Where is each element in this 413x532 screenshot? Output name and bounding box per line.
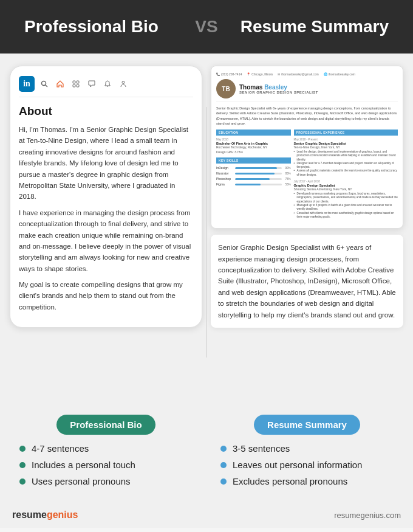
bio-tag-row: Professional Bio bbox=[10, 406, 202, 438]
skill-bar-bg bbox=[235, 178, 282, 180]
edu-date: May 2018 bbox=[216, 138, 291, 141]
brand-black: resume bbox=[12, 510, 47, 520]
edu-school: Rochester Technology, Rochester, NY bbox=[216, 145, 291, 149]
resume-bullet-item: Excludes personal pronouns bbox=[220, 476, 394, 486]
edu-gpa: Design GPA: 3.78/4 bbox=[216, 150, 291, 154]
about-title: About bbox=[19, 105, 193, 118]
bio-bullet-item: Uses personal pronouns bbox=[19, 476, 193, 486]
linkedin-icon: in bbox=[19, 76, 35, 92]
edu-entry-1: May 2018 Bachelor Of Fine Arts in Graphi… bbox=[216, 138, 291, 154]
svg-rect-5 bbox=[77, 85, 79, 87]
bio-bullet-text: 4-7 sentences bbox=[32, 443, 89, 454]
resume-mockup: 📞 (312) 208-7414 📍 Chicago, Illinois ✉ t… bbox=[211, 66, 403, 229]
skill-row: Illustrator 85% bbox=[216, 171, 291, 175]
bio-paragraph-3: My goal is to create compelling designs … bbox=[19, 279, 193, 313]
exp-entry: July 2017 - April 2018 Graphic Design Sp… bbox=[294, 180, 398, 219]
resume-phone: 📞 (312) 208-7414 bbox=[216, 72, 242, 76]
skill-bar-fill bbox=[235, 173, 275, 174]
header: Professional Bio VS Resume Summary bbox=[0, 0, 413, 54]
footer: resumegenius resumegenius.com bbox=[0, 502, 413, 528]
exp-bullet: Developed numerous marketing programs (l… bbox=[294, 192, 398, 204]
resume-bottom: Resume Summary 3-5 sentencesLeaves out p… bbox=[211, 406, 403, 502]
skill-bar-fill bbox=[235, 167, 277, 169]
resume-job-title: SENIOR GRAPHIC DESIGN SPECIALIST bbox=[239, 91, 398, 94]
resume-bullet-item: 3-5 sentences bbox=[220, 443, 394, 454]
resume-bullet-list: 3-5 sentencesLeaves out personal informa… bbox=[211, 438, 403, 502]
person-icon bbox=[118, 79, 128, 89]
footer-url: resumegenius.com bbox=[334, 511, 401, 520]
brand-orange: genius bbox=[47, 510, 78, 520]
bottom-section: Professional Bio 4-7 sentencesIncludes a… bbox=[0, 406, 413, 502]
resume-bullet-dot bbox=[220, 446, 227, 452]
exp-date: July 2017 - April 2018 bbox=[294, 180, 398, 183]
resume-bullet-dot bbox=[220, 478, 227, 485]
svg-rect-4 bbox=[73, 85, 75, 87]
resume-location: 📍 Chicago, Illinois bbox=[247, 72, 273, 76]
resume-summary-preview: Senior Graphic Design Specialist with 6+… bbox=[216, 106, 398, 126]
bio-tag: Professional Bio bbox=[56, 415, 155, 435]
skill-bar-bg bbox=[235, 184, 282, 185]
skills-header: KEY SKILLS bbox=[216, 157, 291, 164]
location-icon-small: 📍 bbox=[247, 72, 250, 76]
summary-text-box: Senior Graphic Design Specialist with 6+… bbox=[211, 235, 403, 328]
resume-panel: 📞 (312) 208-7414 📍 Chicago, Illinois ✉ t… bbox=[211, 66, 403, 394]
resume-name-row: TB Thomas Beasley SENIOR GRAPHIC DESIGN … bbox=[216, 79, 398, 102]
resume-bullet-text: Excludes personal pronouns bbox=[233, 476, 347, 486]
phone-bar: in bbox=[19, 76, 193, 97]
bio-bullet-item: 4-7 sentences bbox=[19, 443, 193, 454]
bio-panel: in bbox=[10, 66, 202, 394]
resume-left-col: EDUCATION May 2018 Bachelor Of Fine Arts… bbox=[216, 130, 291, 222]
resume-bullet-text: Leaves out personal information bbox=[233, 460, 362, 470]
bio-bullet-item: Includes a personal touch bbox=[19, 460, 193, 470]
bio-bullet-list: 4-7 sentencesIncludes a personal touchUs… bbox=[10, 438, 202, 502]
header-bio-title: Professional Bio bbox=[24, 17, 188, 36]
bio-bullet-dot bbox=[19, 478, 26, 485]
resume-columns: EDUCATION May 2018 Bachelor Of Fine Arts… bbox=[216, 130, 398, 222]
phone-mockup: in bbox=[10, 66, 202, 328]
resume-bullet-text: 3-5 sentences bbox=[233, 443, 290, 454]
home-icon bbox=[55, 79, 65, 89]
skill-row: Photoshop 75% bbox=[216, 177, 291, 181]
skill-bar-bg bbox=[235, 173, 282, 174]
skill-bar-fill bbox=[235, 184, 261, 185]
skill-row: Figma 55% bbox=[216, 182, 291, 186]
bio-paragraph-1: Hi, I'm Thomas. I'm a Senior Graphic Des… bbox=[19, 124, 193, 202]
exp-company: Shouting Stories Advertising, New York, … bbox=[294, 187, 398, 191]
bio-bullet-text: Uses personal pronouns bbox=[32, 476, 131, 486]
skill-pct: 90% bbox=[284, 167, 291, 170]
header-resume-title: Resume Summary bbox=[225, 17, 389, 36]
bio-bullet-text: Includes a personal touch bbox=[32, 460, 135, 470]
email-icon-small: ✉ bbox=[278, 72, 280, 76]
skill-name: Illustrator bbox=[216, 171, 233, 175]
network-icon bbox=[71, 79, 81, 89]
header-vs-label: VS bbox=[188, 17, 225, 36]
resume-tag: Resume Summary bbox=[254, 415, 360, 435]
resume-right-col: PROFESSIONAL EXPERIENCE May 2018 - Prese… bbox=[294, 130, 398, 222]
exp-entry: May 2018 - Present Senior Graphic Design… bbox=[294, 138, 398, 177]
resume-bullet-dot bbox=[220, 462, 227, 468]
web-icon-small: 🌐 bbox=[324, 72, 327, 76]
resume-email: ✉ thomasbeasley@gmail.com bbox=[278, 72, 319, 76]
resume-name-block: Thomas Beasley SENIOR GRAPHIC DESIGN SPE… bbox=[239, 84, 398, 94]
bio-bullet-dot bbox=[19, 462, 26, 468]
resume-tag-row: Resume Summary bbox=[211, 406, 403, 438]
footer-brand: resumegenius bbox=[12, 510, 78, 520]
search-icon bbox=[39, 79, 49, 89]
exp-bullet: Designer lead for a 7-member design team… bbox=[294, 162, 398, 170]
svg-point-6 bbox=[122, 81, 125, 84]
phone-icon-small: 📞 bbox=[216, 72, 220, 76]
exp-bullet: Assess all graphic materials created in … bbox=[294, 169, 398, 177]
skill-pct: 85% bbox=[284, 172, 291, 175]
resume-avatar: TB bbox=[216, 79, 236, 98]
bio-bullet-dot bbox=[19, 446, 26, 452]
bell-icon bbox=[103, 79, 112, 89]
skill-name: Photoshop bbox=[216, 177, 233, 181]
exp-bullet: Lead the design, development and impleme… bbox=[294, 150, 398, 162]
experience-entries: May 2018 - Present Senior Graphic Design… bbox=[294, 138, 398, 219]
skills-bars: InDesign 90% Illustrator 85% Photoshop 7… bbox=[216, 166, 291, 186]
exp-bullet: Consulted with clients on the most aesth… bbox=[294, 212, 398, 219]
svg-line-1 bbox=[46, 85, 47, 87]
svg-rect-2 bbox=[73, 81, 75, 83]
phone-icons bbox=[39, 79, 128, 89]
exp-bullet: Managed up to 5 projects in batch at a g… bbox=[294, 204, 398, 212]
